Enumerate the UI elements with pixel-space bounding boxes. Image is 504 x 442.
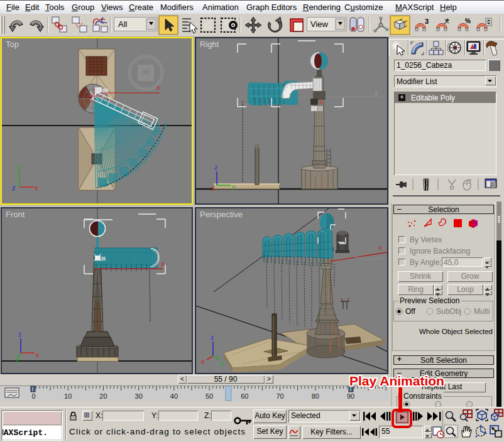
- svg-text:90: 90: [347, 392, 354, 400]
- svg-text:x: x: [211, 185, 215, 192]
- svg-text:x: x: [319, 99, 322, 105]
- svg-text:z: z: [12, 184, 16, 191]
- svg-text:60: 60: [241, 392, 248, 400]
- svg-text:x: x: [36, 351, 40, 358]
- svg-text:80: 80: [312, 392, 319, 400]
- svg-text:x: x: [201, 358, 205, 365]
- svg-text:0: 0: [31, 392, 35, 400]
- svg-text:x: x: [156, 84, 160, 91]
- svg-text:All: All: [118, 19, 128, 29]
- svg-text:View: View: [310, 19, 329, 29]
- svg-text:3: 3: [425, 18, 429, 25]
- svg-text:z: z: [214, 163, 218, 171]
- svg-text:50: 50: [205, 392, 213, 400]
- svg-text:70: 70: [276, 392, 283, 400]
- svg-text:30: 30: [135, 392, 143, 400]
- svg-text:x: x: [378, 244, 382, 251]
- svg-text:x: x: [35, 184, 38, 191]
- svg-text:20: 20: [99, 392, 107, 400]
- svg-text:y: y: [232, 183, 236, 190]
- svg-text:y: y: [16, 355, 19, 362]
- svg-text:40: 40: [170, 392, 178, 400]
- svg-text:z: z: [211, 333, 214, 341]
- svg-text:y: y: [17, 163, 21, 171]
- svg-text:x: x: [161, 260, 165, 267]
- svg-text:z: z: [18, 330, 22, 338]
- svg-text:y: y: [375, 89, 378, 96]
- svg-text:%: %: [465, 18, 471, 24]
- svg-text:y: y: [221, 358, 224, 366]
- svg-text:10: 10: [64, 392, 72, 400]
